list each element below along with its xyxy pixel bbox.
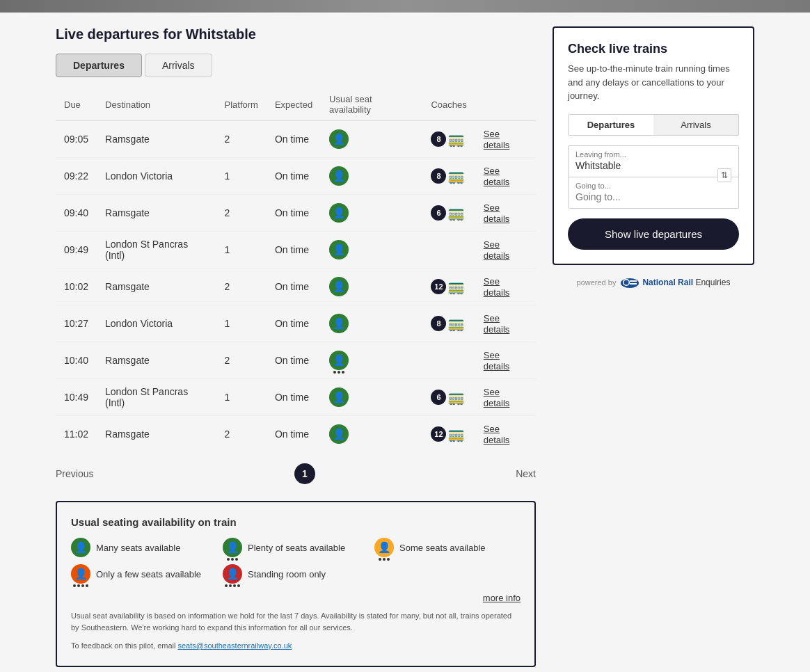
see-details-link[interactable]: See details [484, 129, 510, 150]
cell-due: 10:02 [56, 269, 97, 305]
seat-icon: 👤 [329, 129, 349, 149]
train-icon: 🚃 [447, 168, 465, 184]
cell-coaches: 6 🚃 [422, 195, 475, 232]
train-icon: 🚃 [447, 389, 465, 406]
cell-coaches: 12 🚃 [422, 416, 475, 453]
pagination: Previous 1 Next [56, 452, 536, 495]
legend-more-info[interactable]: more info [483, 593, 521, 603]
cell-due: 09:22 [56, 158, 97, 195]
swap-button[interactable]: ⇅ [717, 168, 731, 182]
seat-icon: 👤 [329, 240, 349, 259]
table-row: 09:40 Ramsgate 2 On time 👤 6 🚃 See detai… [56, 195, 536, 232]
cell-coaches: 6 🚃 [422, 379, 475, 416]
legend-item-standing: 👤 Standing room only [223, 564, 369, 584]
see-details-link[interactable]: See details [484, 350, 510, 371]
cell-action: See details [475, 305, 536, 342]
cell-action: See details [475, 416, 536, 453]
coach-number: 12 [431, 279, 446, 294]
sidebar-tab-departures[interactable]: Departures [569, 115, 653, 135]
cell-destination: London Victoria [97, 158, 216, 195]
show-departures-button[interactable]: Show live departures [568, 218, 739, 250]
legend-note: Usual seat availability is based on info… [71, 610, 521, 633]
cell-destination: London St Pancras (Intl) [97, 379, 216, 416]
cell-platform: 2 [216, 121, 267, 158]
cell-due: 10:49 [56, 379, 97, 416]
cell-coaches [422, 232, 475, 269]
departures-table: Due Destination Platform Expected Usual … [56, 88, 536, 452]
tab-departures[interactable]: Departures [56, 54, 142, 77]
nre-logo-icon [620, 276, 640, 289]
col-coaches: Coaches [422, 88, 475, 121]
pagination-current[interactable]: 1 [294, 463, 315, 484]
sidebar-tabs: Departures Arrivals [568, 114, 739, 136]
train-icon: 🚃 [447, 315, 465, 332]
cell-expected: On time [267, 121, 321, 158]
see-details-link[interactable]: See details [484, 166, 510, 187]
coach-number: 12 [431, 426, 446, 442]
train-icon: 🚃 [447, 205, 465, 221]
check-trains-title: Check live trains [568, 42, 739, 56]
table-row: 11:02 Ramsgate 2 On time 👤 12 🚃 See deta… [56, 416, 536, 453]
cell-coaches: 8 🚃 [422, 305, 475, 342]
cell-due: 10:27 [56, 305, 97, 342]
seat-icon: 👤 [329, 314, 349, 333]
cell-due: 11:02 [56, 416, 97, 453]
col-expected: Expected [267, 88, 321, 121]
cell-seats: 👤 [321, 342, 422, 379]
see-details-link[interactable]: See details [484, 387, 510, 408]
cell-coaches [422, 342, 475, 379]
svg-rect-3 [630, 280, 637, 282]
seat-icon: 👤 [329, 351, 349, 370]
legend-email-link[interactable]: seats@southeasternrailway.co.uk [177, 641, 292, 650]
cell-coaches: 8 🚃 [422, 158, 475, 195]
seat-icon: 👤 [329, 424, 349, 444]
see-details-link[interactable]: See details [484, 313, 510, 335]
cell-expected: On time [267, 195, 321, 232]
legend-label-plenty: Plenty of seats available [248, 543, 345, 553]
table-row: 10:49 London St Pancras (Intl) 1 On time… [56, 379, 536, 416]
seat-legend-box: Usual seating availability on train 👤 Ma… [56, 501, 536, 667]
legend-feedback: To feedback on this pilot, email seats@s… [71, 640, 521, 652]
main-tabs: Departures Arrivals [56, 54, 536, 77]
see-details-link[interactable]: See details [484, 276, 510, 298]
tab-arrivals[interactable]: Arrivals [145, 54, 212, 77]
cell-expected: On time [267, 342, 321, 379]
see-details-link[interactable]: See details [484, 424, 510, 445]
col-destination: Destination [97, 88, 216, 121]
legend-item-many: 👤 Many seats available [71, 538, 217, 557]
cell-platform: 1 [216, 232, 267, 269]
cell-action: See details [475, 195, 536, 232]
table-row: 10:40 Ramsgate 2 On time 👤 See details [56, 342, 536, 379]
leaving-label: Leaving from... [569, 146, 738, 159]
pagination-previous[interactable]: Previous [56, 468, 93, 479]
cell-seats: 👤 [321, 379, 422, 416]
leaving-field: Leaving from... [569, 146, 738, 177]
svg-rect-4 [630, 283, 637, 285]
cell-destination: Ramsgate [97, 269, 216, 305]
cell-platform: 2 [216, 416, 267, 453]
cell-destination: Ramsgate [97, 195, 216, 232]
right-panel: Check live trains See up-to-the-minute t… [553, 26, 754, 289]
cell-seats: 👤 [321, 416, 422, 453]
legend-icon-plenty: 👤 [223, 538, 242, 557]
seat-icon: 👤 [329, 203, 349, 223]
seat-icon: 👤 [329, 277, 349, 296]
see-details-link[interactable]: See details [484, 239, 510, 261]
sidebar-tab-arrivals[interactable]: Arrivals [653, 115, 738, 135]
legend-grid: 👤 Many seats available 👤 Plenty of seats… [71, 538, 521, 584]
cell-destination: Ramsgate [97, 342, 216, 379]
cell-coaches: 8 🚃 [422, 121, 475, 158]
cell-action: See details [475, 269, 536, 305]
pagination-next[interactable]: Next [516, 468, 536, 479]
train-icon: 🚃 [447, 131, 465, 147]
going-input[interactable] [569, 190, 738, 208]
col-seats: Usual seat availability [321, 88, 422, 121]
legend-item-plenty: 👤 Plenty of seats available [223, 538, 369, 557]
nre-logo: powered by National Rail Enquiries [553, 276, 754, 289]
cell-expected: On time [267, 158, 321, 195]
cell-due: 09:40 [56, 195, 97, 232]
field-divider: ⇅ [569, 177, 738, 177]
cell-due: 09:05 [56, 121, 97, 158]
leaving-input[interactable] [569, 159, 738, 177]
see-details-link[interactable]: See details [484, 202, 510, 224]
